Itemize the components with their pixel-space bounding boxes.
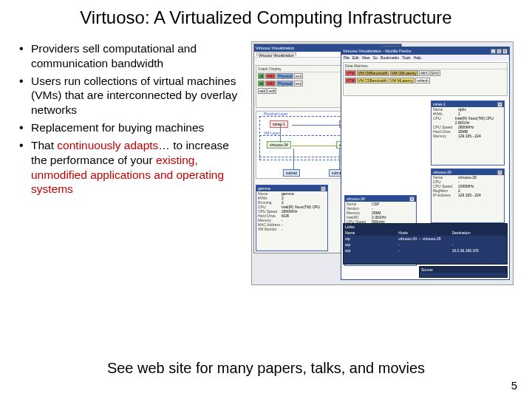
source-panel: Source xyxy=(419,266,508,278)
cell: 10.2.36.166.105 xyxy=(452,248,505,253)
prop-value: Intel(R) Xeon(TM) CPU 2.80GHz xyxy=(455,116,502,125)
cell: vtp xyxy=(345,236,398,241)
panel-header: Links xyxy=(344,224,507,230)
cell: virtuoso-34 → virtuoso-29 xyxy=(398,236,451,241)
menu-item[interactable]: Help xyxy=(414,55,421,60)
edit-button[interactable]: edit xyxy=(267,88,276,94)
chip[interactable]: ABS xyxy=(419,70,429,76)
screenshot-figure: Virtuoso Visualization _ □ × Virtuoso Vi… xyxy=(251,41,514,285)
cell: arp xyxy=(345,248,398,253)
topology-link xyxy=(339,149,340,169)
add-button[interactable]: add xyxy=(258,88,267,94)
slide-title: Virtuoso: A Virtualized Computing Infras… xyxy=(0,0,532,41)
vm-node[interactable]: virtuoso-34 xyxy=(267,141,291,149)
footer-text: See web site for many papers, talks, and… xyxy=(0,360,532,377)
col-header: Name xyxy=(345,231,398,235)
layer-label: Physical Layer xyxy=(263,112,289,116)
network-node[interactable]: subnet xyxy=(283,169,300,177)
prop-label: IP Address xyxy=(433,193,458,197)
chip[interactable]: all xyxy=(258,81,265,86)
menu-item[interactable]: Bookmarks xyxy=(381,55,399,60)
page-number: 5 xyxy=(511,379,517,392)
menu-item[interactable]: Edit xyxy=(352,55,359,60)
prop-value: 129.105.-.224 xyxy=(458,134,481,138)
menu-item[interactable]: Tools xyxy=(402,55,411,60)
browser-title: Virtuoso Visualization - Mozilla Firefox xyxy=(343,49,412,53)
prop-label: Memory xyxy=(433,134,458,138)
bullet-item: That continuously adapts… to increase th… xyxy=(15,138,244,197)
info-pane: virtuoso-29× Namevirtuoso-29 CPU- CPU Sp… xyxy=(431,168,505,223)
layer-label: VM Layer xyxy=(263,131,280,135)
col-header: Hosts xyxy=(398,231,451,235)
cell: - xyxy=(452,242,505,247)
chip[interactable]: end xyxy=(294,73,303,79)
chip[interactable]: VTM xyxy=(345,78,356,83)
pane-title: minet-1 xyxy=(433,102,446,106)
close-icon[interactable]: × xyxy=(321,186,326,191)
tab-virtuoso[interactable]: Virtuoso Visualization xyxy=(256,52,296,56)
chip[interactable]: VM0 xyxy=(265,81,276,86)
close-icon[interactable]: × xyxy=(497,170,502,175)
chip[interactable]: VM:CMLatency xyxy=(390,70,418,76)
prop-value: 129.105.-.224 xyxy=(458,193,481,197)
bullet-list: Providers sell computational and communi… xyxy=(15,41,244,285)
prop-label: VM Monitor xyxy=(258,227,282,231)
prop-value: 1000MHz xyxy=(458,184,474,188)
close-icon[interactable]: × xyxy=(497,102,502,107)
info-pane: minet-1× Namedpfrc #VMs1 CPUIntel(R) Xeo… xyxy=(431,100,505,166)
topology-link xyxy=(293,149,294,169)
bullet-item: Users run collections of virtual machine… xyxy=(15,74,244,117)
app-title: Virtuoso Visualization xyxy=(256,46,294,50)
cell: - xyxy=(398,242,451,247)
chip[interactable]: VM:MLatency xyxy=(389,78,415,83)
prop-value: - xyxy=(282,227,283,231)
chip[interactable]: VM:CMBandwidth xyxy=(357,70,389,76)
menu-item[interactable]: Go xyxy=(372,55,378,60)
topology-link xyxy=(292,125,344,126)
panel-header: Data Matrices xyxy=(344,63,507,69)
prop-value: virtuoso-29 xyxy=(458,175,477,180)
bullet-item: Replacement for buying machines xyxy=(15,120,244,135)
data-matrices-panel: Data Matrices VTM VM:CMBandwidth VM:CMLa… xyxy=(343,62,508,96)
accent-text: existing, unmodified applications and op… xyxy=(31,154,224,196)
chip[interactable]: all xyxy=(258,73,265,79)
chip[interactable]: VTM xyxy=(345,70,356,76)
browser-window: Virtuoso Visualization - Mozilla Firefox… xyxy=(341,47,510,280)
pane-title: gemma xyxy=(258,186,270,191)
panel-header: Graph Display xyxy=(256,66,351,72)
topology-link xyxy=(292,146,338,146)
bullet-item: Providers sell computational and communi… xyxy=(15,41,244,71)
links-panel: Links Name Hosts Destination vtpvirtuoso… xyxy=(343,223,508,265)
pane-title: virtuoso-29 xyxy=(433,170,451,174)
chip[interactable]: end xyxy=(294,81,303,86)
close-icon[interactable]: × xyxy=(409,197,415,202)
menu-item[interactable]: View xyxy=(362,55,370,60)
col-header: Destination xyxy=(452,231,505,235)
menu-item[interactable]: File xyxy=(344,55,349,60)
accent-text: continuously adapts xyxy=(57,139,158,151)
chip[interactable]: VM0 xyxy=(265,73,276,79)
chip[interactable]: END xyxy=(430,70,441,76)
minimize-icon[interactable]: _ xyxy=(491,49,496,54)
cell: - xyxy=(398,248,451,253)
browser-menubar: File Edit View Go Bookmarks Tools Help xyxy=(341,55,509,61)
prop-label: CPU xyxy=(433,116,455,125)
chip[interactable]: Physical xyxy=(276,81,293,86)
panel-header: Source xyxy=(421,267,433,272)
slide-body: Providers sell computational and communi… xyxy=(0,41,532,285)
graph-display-panel: Graph Display all VM0 Physical end all V… xyxy=(256,65,352,108)
browser-titlebar: Virtuoso Visualization - Mozilla Firefox… xyxy=(341,47,509,55)
cell: arp xyxy=(345,242,398,247)
chip[interactable]: VM:CSBandwidth xyxy=(357,78,389,83)
cell xyxy=(452,236,505,241)
pane-title: virtuoso-34 xyxy=(347,197,365,201)
refresh-button[interactable]: refresh xyxy=(415,78,430,83)
property-pane: gemma× Namegemma #VMs2 Running2 CPUIntel… xyxy=(256,185,328,251)
topology-link xyxy=(280,125,281,143)
host-node[interactable]: minet-1 xyxy=(270,120,288,128)
window-controls: _ □ × xyxy=(491,49,508,54)
close-icon[interactable]: × xyxy=(502,49,508,54)
maximize-icon[interactable]: □ xyxy=(497,49,502,54)
chip[interactable]: Physical xyxy=(276,73,293,79)
